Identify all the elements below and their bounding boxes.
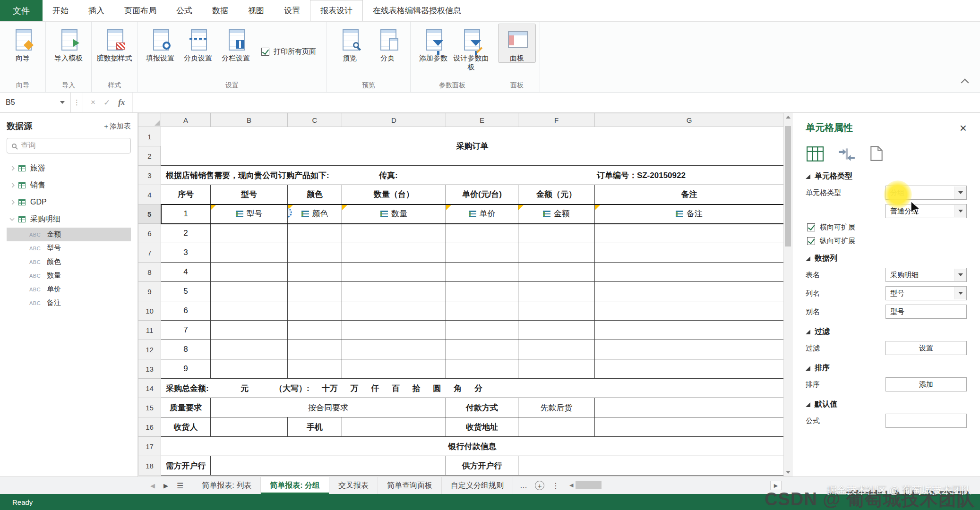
row-header-9[interactable]: 9: [138, 282, 161, 301]
cell-D16[interactable]: [342, 417, 446, 437]
ribbon-button-designparam[interactable]: 设计参数面板: [452, 24, 490, 72]
dropdown-caret-icon[interactable]: [954, 287, 966, 299]
sheet-tab-5[interactable]: 自定义分组规则: [442, 477, 513, 494]
cell-A18[interactable]: 需方开户行: [161, 456, 211, 476]
cell-F13[interactable]: [518, 359, 595, 379]
cell-B15[interactable]: 按合同要求: [211, 398, 446, 417]
cell-E7[interactable]: [446, 243, 518, 263]
name-box[interactable]: B5: [0, 93, 71, 112]
vertical-scroll-thumb[interactable]: [785, 126, 791, 246]
ribbon-button-wizard[interactable]: 向导: [4, 24, 42, 63]
select-all-corner[interactable]: [138, 113, 161, 127]
row-header-16[interactable]: 16: [138, 417, 161, 437]
tab-menu-icon[interactable]: ⋮: [552, 481, 559, 490]
cell-A12[interactable]: 8: [161, 340, 211, 359]
cell-A13[interactable]: 9: [161, 359, 211, 379]
cell-E13[interactable]: [446, 359, 518, 379]
cell-D4[interactable]: 数量（台）: [342, 185, 446, 204]
cell-C9[interactable]: [288, 282, 342, 301]
menu-tab-3[interactable]: 页面布局: [114, 0, 166, 21]
cell-F8[interactable]: [518, 263, 595, 282]
cell-A6[interactable]: 2: [161, 224, 211, 243]
print-all-pages-checkbox[interactable]: 打印所有页面: [261, 47, 316, 56]
cell-E10[interactable]: [446, 301, 518, 321]
more-tabs-icon[interactable]: …: [520, 481, 527, 490]
cell-F6[interactable]: [518, 224, 595, 243]
cell-E8[interactable]: [446, 263, 518, 282]
cell-E6[interactable]: [446, 224, 518, 243]
cell-F7[interactable]: [518, 243, 595, 263]
row-header-8[interactable]: 8: [138, 263, 161, 282]
cell-A7[interactable]: 3: [161, 243, 211, 263]
row-header-2[interactable]: 2: [138, 146, 161, 166]
cell-B6[interactable]: [211, 224, 288, 243]
cell-A17[interactable]: 银行付款信息: [161, 437, 784, 456]
fx-icon[interactable]: fx: [118, 98, 125, 107]
ribbon-button-import[interactable]: 导入模板: [50, 24, 87, 63]
name-box-caret-icon[interactable]: [60, 101, 65, 104]
ribbon-button-style[interactable]: 脏数据样式: [95, 24, 133, 63]
cell-F9[interactable]: [518, 282, 595, 301]
menu-tab-7[interactable]: 设置: [274, 0, 310, 21]
cell-A16[interactable]: 收货人: [161, 417, 211, 437]
column-header-D[interactable]: D: [342, 113, 446, 127]
cell-F18[interactable]: [518, 456, 784, 476]
sheet-tab-4[interactable]: 简单查询面板: [378, 477, 442, 494]
expand-checkbox-1[interactable]: 横向可扩展: [807, 223, 967, 232]
cell-B13[interactable]: [211, 359, 288, 379]
cell-F11[interactable]: [518, 321, 595, 340]
cell-D10[interactable]: [342, 301, 446, 321]
datasource-field-数量[interactable]: ABC数量: [7, 269, 131, 282]
dropdown-caret-icon[interactable]: [954, 205, 966, 217]
ribbon-button-paging[interactable]: 分页: [369, 24, 406, 63]
table-mode-icon[interactable]: [807, 146, 824, 163]
column-header-A[interactable]: A: [161, 113, 211, 127]
cell-A8[interactable]: 4: [161, 263, 211, 282]
cell-B12[interactable]: [211, 340, 288, 359]
row-header-14[interactable]: 14: [138, 379, 161, 398]
cell-B8[interactable]: [211, 263, 288, 282]
cell-B10[interactable]: [211, 301, 288, 321]
sheet-nav-next-icon[interactable]: ▶: [163, 482, 168, 489]
cell-B16[interactable]: [211, 417, 288, 437]
ribbon-button-addparam[interactable]: 添加参数: [414, 24, 452, 63]
ribbon-button-pagebreak[interactable]: 分页设置: [179, 24, 217, 63]
datasource-table-销售[interactable]: 销售: [7, 177, 131, 194]
add-table-button[interactable]: ＋添加表: [103, 122, 131, 131]
cell-G5[interactable]: 备注: [595, 204, 784, 224]
row-header-6[interactable]: 6: [138, 224, 161, 243]
row-header-12[interactable]: 12: [138, 340, 161, 359]
cell-B11[interactable]: [211, 321, 288, 340]
formula-input[interactable]: [133, 93, 980, 112]
default-formula-input[interactable]: [885, 414, 967, 428]
datasource-table-旅游[interactable]: 旅游: [7, 160, 131, 177]
cell-C8[interactable]: [288, 263, 342, 282]
page-mode-icon[interactable]: [870, 145, 883, 163]
enter-icon[interactable]: ✓: [103, 98, 110, 108]
cell-D9[interactable]: [342, 282, 446, 301]
cell-G7[interactable]: [595, 243, 784, 263]
cell-D5[interactable]: 数量: [342, 204, 446, 224]
cell-B7[interactable]: [211, 243, 288, 263]
sheet-tab-3[interactable]: 交叉报表: [329, 477, 378, 494]
column-header-F[interactable]: F: [518, 113, 595, 127]
cell-G10[interactable]: [595, 301, 784, 321]
row-header-17[interactable]: 17: [138, 437, 161, 456]
menu-tab-5[interactable]: 数据: [202, 0, 238, 21]
scroll-up-icon[interactable]: [784, 113, 792, 121]
row-header-7[interactable]: 7: [138, 243, 161, 263]
sheet-nav-prev-icon[interactable]: ◀: [150, 482, 155, 489]
cell-D11[interactable]: [342, 321, 446, 340]
datasource-field-备注[interactable]: ABC备注: [7, 296, 131, 310]
cell-E4[interactable]: 单价(元/台): [446, 185, 518, 204]
filter-settings-button[interactable]: 设置: [885, 341, 967, 355]
cell-E5[interactable]: 单价: [446, 204, 518, 224]
file-button[interactable]: 文件: [0, 0, 43, 21]
cell-A11[interactable]: 7: [161, 321, 211, 340]
cell-D8[interactable]: [342, 263, 446, 282]
menu-tab-8[interactable]: 报表设计: [310, 0, 363, 21]
row-header-4[interactable]: 4: [138, 185, 161, 204]
cell-D6[interactable]: [342, 224, 446, 243]
cell-E11[interactable]: [446, 321, 518, 340]
section-header-filter[interactable]: 过滤: [806, 327, 967, 337]
